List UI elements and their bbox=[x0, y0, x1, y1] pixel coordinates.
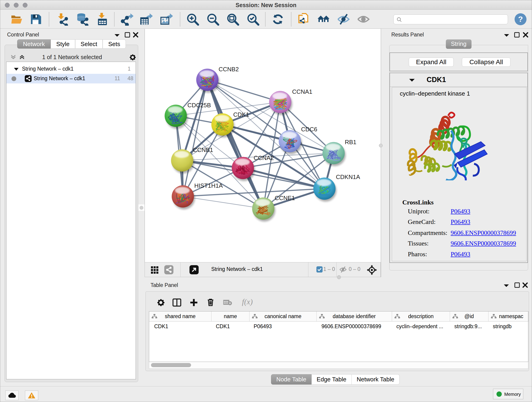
svg-text:CDC6: CDC6 bbox=[301, 126, 317, 133]
svg-text:CDK1: CDK1 bbox=[233, 111, 249, 118]
svg-text:CCNB2: CCNB2 bbox=[219, 66, 239, 73]
svg-text:HIST1H1A: HIST1H1A bbox=[194, 182, 223, 189]
svg-text:CCNA1: CCNA1 bbox=[292, 88, 312, 95]
svg-text:CCNA2: CCNA2 bbox=[254, 154, 274, 161]
svg-text:CCNB1: CCNB1 bbox=[193, 147, 213, 153]
svg-text:CDC25B: CDC25B bbox=[187, 102, 211, 109]
svg-text:RB1: RB1 bbox=[345, 139, 356, 146]
svg-text:CCNE1: CCNE1 bbox=[275, 195, 295, 201]
svg-text:CDKN1A: CDKN1A bbox=[336, 173, 360, 180]
